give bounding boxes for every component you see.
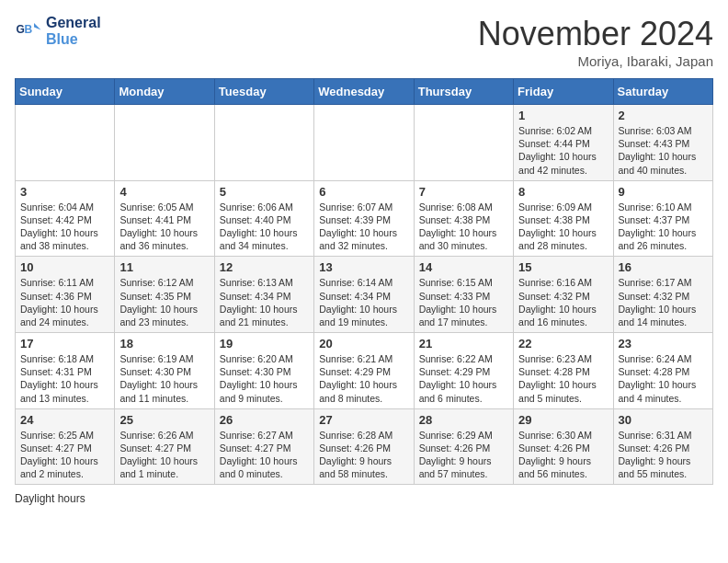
day-info: Sunrise: 6:13 AMSunset: 4:34 PMDaylight:… [220,276,309,328]
day-info: Sunrise: 6:19 AMSunset: 4:30 PMDaylight:… [119,352,209,405]
calendar-week-row: 24Sunrise: 6:25 AMSunset: 4:27 PMDayligh… [16,408,713,485]
calendar-week-row: 3Sunrise: 6:04 AMSunset: 4:42 PMDaylight… [16,180,713,257]
calendar-cell: 29Sunrise: 6:30 AMSunset: 4:26 PMDayligh… [514,408,613,485]
day-number: 10 [20,260,109,274]
location-title: Moriya, Ibaraki, Japan [478,53,713,69]
day-info: Sunrise: 6:02 AMSunset: 4:44 PMDaylight:… [518,124,608,177]
day-number: 14 [419,260,508,274]
calendar-cell: 5Sunrise: 6:06 AMSunset: 4:40 PMDaylight… [214,180,313,257]
day-number: 27 [319,413,408,427]
logo-line2: Blue [46,31,101,48]
calendar-cell: 25Sunrise: 6:26 AMSunset: 4:27 PMDayligh… [115,408,214,485]
day-info: Sunrise: 6:07 AMSunset: 4:39 PMDaylight:… [319,201,408,253]
calendar-footer: Daylight hours [15,492,713,505]
calendar-header-row: SundayMondayTuesdayWednesdayThursdayFrid… [16,79,713,105]
day-info: Sunrise: 6:17 AMSunset: 4:32 PMDaylight:… [619,276,708,328]
day-info: Sunrise: 6:31 AMSunset: 4:26 PMDaylight:… [619,429,708,481]
calendar-day-header: Monday [115,79,214,105]
day-number: 22 [518,337,608,350]
logo-icon: G B [15,17,42,45]
calendar-cell: 11Sunrise: 6:12 AMSunset: 4:35 PMDayligh… [115,257,214,333]
day-number: 28 [419,413,508,427]
day-number: 5 [220,185,309,199]
day-number: 13 [319,260,408,274]
calendar-cell: 2Sunrise: 6:03 AMSunset: 4:43 PMDaylight… [613,105,712,181]
calendar-day-header: Thursday [414,79,513,105]
calendar-table: SundayMondayTuesdayWednesdayThursdayFrid… [15,78,713,485]
day-number: 29 [518,413,608,427]
calendar-cell: 7Sunrise: 6:08 AMSunset: 4:38 PMDaylight… [414,180,513,257]
calendar-cell: 9Sunrise: 6:10 AMSunset: 4:37 PMDaylight… [613,180,712,257]
calendar-cell: 26Sunrise: 6:27 AMSunset: 4:27 PMDayligh… [214,408,313,485]
day-number: 4 [119,185,209,199]
calendar-cell: 13Sunrise: 6:14 AMSunset: 4:34 PMDayligh… [314,257,414,333]
day-info: Sunrise: 6:04 AMSunset: 4:42 PMDaylight:… [20,201,109,253]
calendar-cell: 24Sunrise: 6:25 AMSunset: 4:27 PMDayligh… [16,408,115,485]
calendar-cell [115,105,214,181]
day-number: 1 [518,109,608,122]
svg-text:G: G [17,22,25,35]
calendar-cell: 22Sunrise: 6:23 AMSunset: 4:28 PMDayligh… [514,333,613,409]
svg-marker-2 [34,23,41,30]
day-info: Sunrise: 6:24 AMSunset: 4:28 PMDaylight:… [619,352,708,405]
calendar-week-row: 17Sunrise: 6:18 AMSunset: 4:31 PMDayligh… [16,333,713,409]
calendar-cell [16,105,115,181]
day-number: 6 [319,185,408,199]
calendar-cell [314,105,414,181]
calendar-cell: 27Sunrise: 6:28 AMSunset: 4:26 PMDayligh… [314,408,414,485]
day-number: 20 [319,337,408,350]
calendar-day-header: Friday [514,79,613,105]
calendar-cell: 16Sunrise: 6:17 AMSunset: 4:32 PMDayligh… [613,257,712,333]
calendar-day-header: Sunday [16,79,115,105]
day-number: 17 [20,337,109,350]
day-info: Sunrise: 6:16 AMSunset: 4:32 PMDaylight:… [518,276,608,328]
day-info: Sunrise: 6:05 AMSunset: 4:41 PMDaylight:… [119,201,209,253]
day-info: Sunrise: 6:11 AMSunset: 4:36 PMDaylight:… [20,276,109,328]
calendar-cell: 19Sunrise: 6:20 AMSunset: 4:30 PMDayligh… [214,333,313,409]
day-number: 26 [220,413,309,427]
svg-text:B: B [25,22,33,35]
day-info: Sunrise: 6:14 AMSunset: 4:34 PMDaylight:… [319,276,408,328]
calendar-cell: 15Sunrise: 6:16 AMSunset: 4:32 PMDayligh… [514,257,613,333]
calendar-cell [414,105,513,181]
day-number: 7 [419,185,508,199]
day-info: Sunrise: 6:26 AMSunset: 4:27 PMDaylight:… [119,429,209,481]
day-number: 15 [518,260,608,274]
day-info: Sunrise: 6:22 AMSunset: 4:29 PMDaylight:… [419,352,508,405]
calendar-week-row: 1Sunrise: 6:02 AMSunset: 4:44 PMDaylight… [16,105,713,181]
day-info: Sunrise: 6:09 AMSunset: 4:38 PMDaylight:… [518,201,608,253]
day-number: 24 [20,413,109,427]
calendar-cell: 18Sunrise: 6:19 AMSunset: 4:30 PMDayligh… [115,333,214,409]
logo: G B General Blue [15,15,101,47]
day-number: 12 [220,260,309,274]
calendar-cell: 20Sunrise: 6:21 AMSunset: 4:29 PMDayligh… [314,333,414,409]
calendar-cell: 8Sunrise: 6:09 AMSunset: 4:38 PMDaylight… [514,180,613,257]
day-info: Sunrise: 6:21 AMSunset: 4:29 PMDaylight:… [319,352,408,405]
calendar-cell: 21Sunrise: 6:22 AMSunset: 4:29 PMDayligh… [414,333,513,409]
calendar-day-header: Wednesday [314,79,414,105]
title-block: November 2024 Moriya, Ibaraki, Japan [478,15,713,69]
day-info: Sunrise: 6:08 AMSunset: 4:38 PMDaylight:… [419,201,508,253]
calendar-body: 1Sunrise: 6:02 AMSunset: 4:44 PMDaylight… [16,105,713,485]
calendar-cell: 28Sunrise: 6:29 AMSunset: 4:26 PMDayligh… [414,408,513,485]
calendar-cell: 6Sunrise: 6:07 AMSunset: 4:39 PMDaylight… [314,180,414,257]
day-number: 2 [619,109,708,122]
calendar-cell: 30Sunrise: 6:31 AMSunset: 4:26 PMDayligh… [613,408,712,485]
day-number: 8 [518,185,608,199]
calendar-cell: 23Sunrise: 6:24 AMSunset: 4:28 PMDayligh… [613,333,712,409]
day-info: Sunrise: 6:23 AMSunset: 4:28 PMDaylight:… [518,352,608,405]
day-info: Sunrise: 6:06 AMSunset: 4:40 PMDaylight:… [220,201,309,253]
day-info: Sunrise: 6:12 AMSunset: 4:35 PMDaylight:… [119,276,209,328]
month-title: November 2024 [478,15,713,53]
day-number: 18 [119,337,209,350]
day-number: 21 [419,337,508,350]
day-number: 30 [619,413,708,427]
day-info: Sunrise: 6:29 AMSunset: 4:26 PMDaylight:… [419,429,508,481]
calendar-cell: 1Sunrise: 6:02 AMSunset: 4:44 PMDaylight… [514,105,613,181]
calendar-cell: 14Sunrise: 6:15 AMSunset: 4:33 PMDayligh… [414,257,513,333]
day-info: Sunrise: 6:20 AMSunset: 4:30 PMDaylight:… [220,352,309,405]
day-number: 23 [619,337,708,350]
calendar-cell [214,105,313,181]
day-number: 11 [119,260,209,274]
day-number: 3 [20,185,109,199]
